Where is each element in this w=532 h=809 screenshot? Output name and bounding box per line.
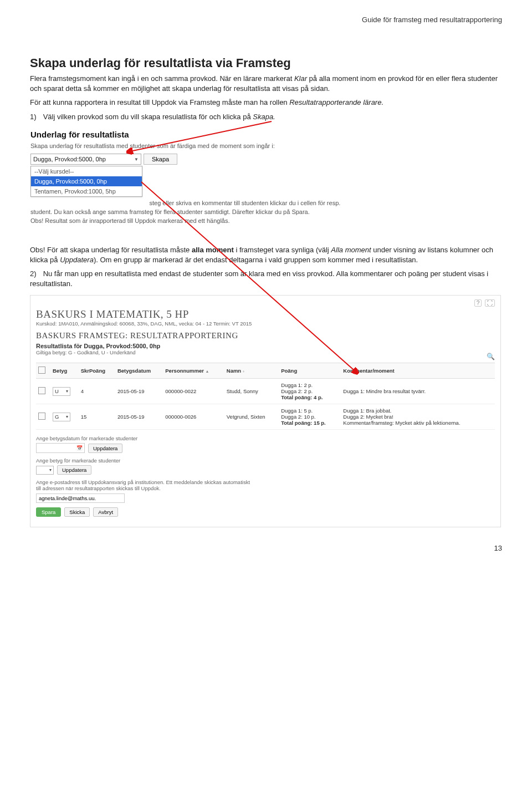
course-title: BASKURS I MATEMATIK, 5 HP [36,308,495,320]
avbryt-button[interactable]: Avbryt [93,507,118,517]
dropdown-item-selected[interactable]: Dugga, Provkod:5000, 0hp [31,176,142,186]
underlag-title: Underlag för resultatlista [30,130,396,139]
skicka-button[interactable]: Skicka [64,507,90,517]
underlag-desc: Skapa underlag för resultatlista med stu… [30,143,396,149]
list-item-2: 2) Nu får man upp en resultatlista med e… [30,269,502,288]
col-personnummer[interactable]: Personnummer ▲ [163,363,224,379]
betyg-input[interactable]: G▾ [53,413,70,421]
list-item-1: 1) Välj vilken provkod som du vill skapa… [30,112,502,122]
grade-label: Ange betyg för markerade studenter [36,457,495,464]
date-input[interactable]: 📅 [36,443,85,453]
fullscreen-icon[interactable]: ⛶ [485,299,495,307]
table-row: U▾ 4 2015-05-19 000000-0022 Studd, Sonny… [36,379,495,404]
page-number: 13 [30,544,502,552]
col-namn[interactable]: Namn ♦ [224,363,279,379]
magnifier-icon[interactable]: 🔍 [487,353,495,360]
col-betyg[interactable]: Betyg [50,363,79,379]
obs-paragraph: Obs! För att skapa underlag för resultat… [30,245,502,264]
screenshot-body-text: xxxxxxxxxxxxxxxxxxxxxxxxxxxxxxxxxxxxxxxs… [30,199,396,226]
help-icon[interactable]: ? [474,299,482,307]
update-grade-button[interactable]: Uppdatera [57,465,91,475]
provkod-dropdown[interactable]: --Välj kursdel-- Dugga, Provkod:5000, 0h… [30,166,142,197]
email-desc: Ange e-postadress till Uppdokansvarig på… [36,479,495,491]
email-input[interactable] [36,493,125,503]
sort-icon: ▲ [206,369,209,373]
date-label: Ange betygsdatum för markerade studenter [36,435,495,441]
dropdown-placeholder[interactable]: --Välj kursdel-- [31,166,142,176]
skapa-button[interactable]: Skapa [144,154,177,165]
betyg-input[interactable]: U▾ [53,387,70,396]
dropdown-item-tentamen[interactable]: Tentamen, Provkod:1000, 5hp [31,186,142,196]
section-title: BASKURS FRAMSTEG: RESULTATRAPPORTERING [36,331,495,340]
paragraph-2: För att kunna rapportera in resultat til… [30,98,502,108]
table-row: G▾ 15 2015-05-19 000000-0026 Vetgrund, S… [36,404,495,430]
screenshot-resultlist: ? ⛶ BASKURS I MATEMATIK, 5 HP Kurskod: 1… [30,295,501,527]
update-date-button[interactable]: Uppdatera [88,444,122,453]
paragraph-1: Flera framstegsmoment kan ingå i en och … [30,74,502,93]
result-table: Betyg SkrPoäng Betygsdatum Personnummer … [36,363,495,430]
col-betygsdatum[interactable]: Betygsdatum [115,363,163,379]
provkod-select[interactable]: Dugga, Provkod:5000, 0hp ▼ [30,154,141,165]
col-poang[interactable]: Poäng [279,363,341,379]
page-title: Skapa underlag för resultatlista via Fra… [30,56,502,70]
row-checkbox[interactable] [38,387,45,394]
list-title: Resultatlista för Dugga, Provkod:5000, 0… [36,343,495,349]
col-skrpoang[interactable]: SkrPoäng [79,363,115,379]
spara-button[interactable]: Spara [36,507,61,517]
page-header: Guide för framsteg med resultatrapporter… [30,16,502,24]
sort-icon: ♦ [243,369,245,373]
bulk-betyg-input[interactable]: ▾ [36,466,54,475]
course-subtitle: Kurskod: 1MA010, Anmälningskod: 60068, 3… [36,320,495,327]
chevron-down-icon: ▼ [134,157,139,162]
calendar-icon: 📅 [76,445,83,451]
screenshot-dropdown: Underlag för resultatlista Skapa underla… [30,129,397,226]
select-all-checkbox[interactable] [38,367,45,374]
col-kommentar[interactable]: Kommentar/moment [341,363,495,379]
row-checkbox[interactable] [38,413,45,420]
